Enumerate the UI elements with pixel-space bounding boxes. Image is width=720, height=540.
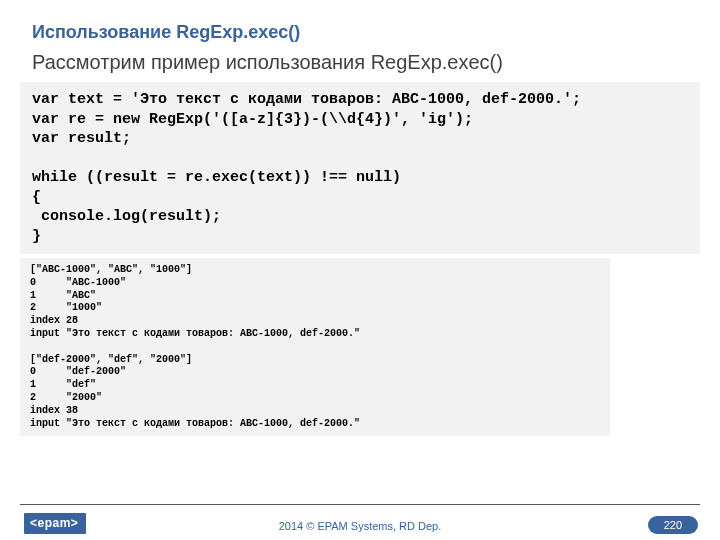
page-number: 220	[648, 516, 698, 534]
slide: Использование RegExp.exec() Рассмотрим п…	[0, 0, 720, 540]
footer: <epam> 2014 © EPAM Systems, RD Dep. 220	[0, 504, 720, 540]
slide-subtitle: Рассмотрим пример использования RegExp.e…	[0, 51, 720, 82]
output-block: ["ABC-1000", "ABC", "1000"] 0 "ABC-1000"…	[20, 258, 610, 436]
footer-divider	[20, 504, 700, 505]
slide-title: Использование RegExp.exec()	[0, 0, 720, 51]
code-block: var text = 'Это текст с кодами товаров: …	[20, 82, 700, 254]
copyright-text: 2014 © EPAM Systems, RD Dep.	[0, 520, 720, 532]
